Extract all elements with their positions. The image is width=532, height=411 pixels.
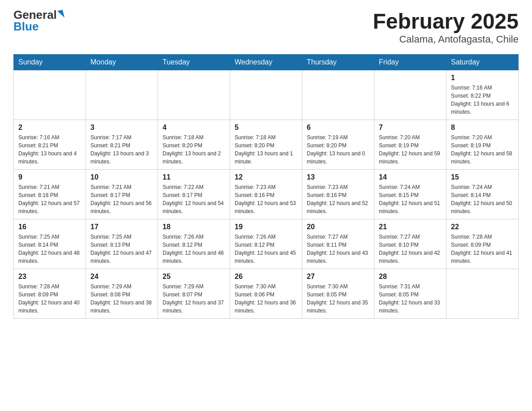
table-row: 28Sunrise: 7:31 AMSunset: 8:05 PMDayligh…: [374, 269, 446, 319]
table-row: [230, 70, 302, 120]
table-row: [302, 70, 374, 120]
logo-blue-text: Blue: [13, 21, 64, 32]
day-info: Sunrise: 7:20 AMSunset: 8:19 PMDaylight:…: [451, 133, 514, 166]
day-info: Sunrise: 7:30 AMSunset: 8:06 PMDaylight:…: [235, 283, 297, 315]
header-thursday: Thursday: [302, 55, 374, 70]
day-number: 9: [18, 173, 81, 181]
table-row: 18Sunrise: 7:26 AMSunset: 8:12 PMDayligh…: [158, 219, 230, 269]
day-info: Sunrise: 7:25 AMSunset: 8:14 PMDaylight:…: [18, 233, 81, 265]
table-row: [158, 70, 230, 120]
day-number: 12: [235, 173, 297, 181]
day-info: Sunrise: 7:24 AMSunset: 8:14 PMDaylight:…: [451, 183, 514, 215]
day-number: 1: [451, 74, 514, 82]
logo: General Blue: [13, 9, 64, 32]
table-row: 5Sunrise: 7:18 AMSunset: 8:20 PMDaylight…: [230, 120, 302, 170]
day-number: 21: [379, 223, 442, 231]
day-number: 16: [18, 223, 81, 231]
table-row: 17Sunrise: 7:25 AMSunset: 8:13 PMDayligh…: [86, 219, 158, 269]
table-row: 16Sunrise: 7:25 AMSunset: 8:14 PMDayligh…: [14, 219, 86, 269]
table-row: 13Sunrise: 7:23 AMSunset: 8:16 PMDayligh…: [302, 170, 374, 219]
logo-general-text: General: [13, 9, 57, 21]
header-sunday: Sunday: [14, 55, 86, 70]
day-number: 28: [379, 273, 442, 281]
calendar-week-row: 2Sunrise: 7:16 AMSunset: 8:21 PMDaylight…: [14, 120, 519, 170]
day-info: Sunrise: 7:23 AMSunset: 8:16 PMDaylight:…: [307, 183, 369, 215]
day-info: Sunrise: 7:29 AMSunset: 8:08 PMDaylight:…: [90, 283, 153, 315]
day-number: 10: [90, 173, 153, 181]
day-info: Sunrise: 7:16 AMSunset: 8:21 PMDaylight:…: [18, 133, 81, 166]
table-row: 8Sunrise: 7:20 AMSunset: 8:19 PMDaylight…: [446, 120, 519, 170]
table-row: 27Sunrise: 7:30 AMSunset: 8:05 PMDayligh…: [302, 269, 374, 319]
day-number: 13: [307, 173, 369, 181]
table-row: 1Sunrise: 7:16 AMSunset: 8:22 PMDaylight…: [446, 70, 519, 120]
calendar-week-row: 1Sunrise: 7:16 AMSunset: 8:22 PMDaylight…: [14, 70, 519, 120]
day-info: Sunrise: 7:24 AMSunset: 8:15 PMDaylight:…: [379, 183, 442, 215]
day-info: Sunrise: 7:17 AMSunset: 8:21 PMDaylight:…: [90, 133, 153, 166]
day-number: 4: [163, 124, 225, 132]
day-info: Sunrise: 7:23 AMSunset: 8:16 PMDaylight:…: [235, 183, 297, 215]
table-row: 24Sunrise: 7:29 AMSunset: 8:08 PMDayligh…: [86, 269, 158, 319]
day-info: Sunrise: 7:26 AMSunset: 8:12 PMDaylight:…: [163, 233, 225, 265]
header-monday: Monday: [86, 55, 158, 70]
day-number: 22: [451, 223, 514, 231]
day-number: 18: [163, 223, 225, 231]
table-row: 11Sunrise: 7:22 AMSunset: 8:17 PMDayligh…: [158, 170, 230, 219]
header-wednesday: Wednesday: [230, 55, 302, 70]
day-info: Sunrise: 7:18 AMSunset: 8:20 PMDaylight:…: [235, 133, 297, 166]
day-info: Sunrise: 7:27 AMSunset: 8:11 PMDaylight:…: [307, 233, 369, 265]
day-info: Sunrise: 7:21 AMSunset: 8:18 PMDaylight:…: [18, 183, 81, 215]
table-row: 6Sunrise: 7:19 AMSunset: 8:20 PMDaylight…: [302, 120, 374, 170]
table-row: 25Sunrise: 7:29 AMSunset: 8:07 PMDayligh…: [158, 269, 230, 319]
page-title: February 2025: [373, 9, 519, 34]
table-row: 2Sunrise: 7:16 AMSunset: 8:21 PMDaylight…: [14, 120, 86, 170]
day-info: Sunrise: 7:20 AMSunset: 8:19 PMDaylight:…: [379, 133, 442, 166]
day-number: 26: [235, 273, 297, 281]
day-info: Sunrise: 7:25 AMSunset: 8:13 PMDaylight:…: [90, 233, 153, 265]
table-row: 20Sunrise: 7:27 AMSunset: 8:11 PMDayligh…: [302, 219, 374, 269]
table-row: 15Sunrise: 7:24 AMSunset: 8:14 PMDayligh…: [446, 170, 519, 219]
table-row: 9Sunrise: 7:21 AMSunset: 8:18 PMDaylight…: [14, 170, 86, 219]
table-row: 4Sunrise: 7:18 AMSunset: 8:20 PMDaylight…: [158, 120, 230, 170]
day-number: 23: [18, 273, 81, 281]
table-row: [374, 70, 446, 120]
day-number: 19: [235, 223, 297, 231]
day-number: 20: [307, 223, 369, 231]
calendar-table: Sunday Monday Tuesday Wednesday Thursday…: [13, 54, 519, 319]
day-number: 17: [90, 223, 153, 231]
day-number: 25: [163, 273, 225, 281]
day-number: 8: [451, 124, 514, 132]
day-info: Sunrise: 7:19 AMSunset: 8:20 PMDaylight:…: [307, 133, 369, 166]
day-info: Sunrise: 7:26 AMSunset: 8:12 PMDaylight:…: [235, 233, 297, 265]
day-info: Sunrise: 7:16 AMSunset: 8:22 PMDaylight:…: [451, 84, 514, 116]
table-row: 23Sunrise: 7:28 AMSunset: 8:09 PMDayligh…: [14, 269, 86, 319]
day-info: Sunrise: 7:27 AMSunset: 8:10 PMDaylight:…: [379, 233, 442, 265]
table-row: 21Sunrise: 7:27 AMSunset: 8:10 PMDayligh…: [374, 219, 446, 269]
table-row: [446, 269, 519, 319]
day-info: Sunrise: 7:28 AMSunset: 8:09 PMDaylight:…: [451, 233, 514, 265]
calendar-week-row: 9Sunrise: 7:21 AMSunset: 8:18 PMDaylight…: [14, 170, 519, 219]
table-row: 7Sunrise: 7:20 AMSunset: 8:19 PMDaylight…: [374, 120, 446, 170]
table-row: 12Sunrise: 7:23 AMSunset: 8:16 PMDayligh…: [230, 170, 302, 219]
table-row: [86, 70, 158, 120]
header-tuesday: Tuesday: [158, 55, 230, 70]
day-info: Sunrise: 7:21 AMSunset: 8:17 PMDaylight:…: [90, 183, 153, 215]
header-saturday: Saturday: [446, 55, 519, 70]
day-info: Sunrise: 7:30 AMSunset: 8:05 PMDaylight:…: [307, 283, 369, 315]
calendar-header-row: Sunday Monday Tuesday Wednesday Thursday…: [14, 55, 519, 70]
day-number: 27: [307, 273, 369, 281]
day-info: Sunrise: 7:29 AMSunset: 8:07 PMDaylight:…: [163, 283, 225, 315]
calendar-week-row: 23Sunrise: 7:28 AMSunset: 8:09 PMDayligh…: [14, 269, 519, 319]
day-number: 7: [379, 124, 442, 132]
day-number: 3: [90, 124, 153, 132]
table-row: [14, 70, 86, 120]
day-number: 11: [163, 173, 225, 181]
page-subtitle: Calama, Antofagasta, Chile: [373, 34, 519, 45]
day-number: 24: [90, 273, 153, 281]
table-row: 26Sunrise: 7:30 AMSunset: 8:06 PMDayligh…: [230, 269, 302, 319]
table-row: 19Sunrise: 7:26 AMSunset: 8:12 PMDayligh…: [230, 219, 302, 269]
day-number: 15: [451, 173, 514, 181]
header-friday: Friday: [374, 55, 446, 70]
day-info: Sunrise: 7:28 AMSunset: 8:09 PMDaylight:…: [18, 283, 81, 315]
day-number: 6: [307, 124, 369, 132]
page-header: General Blue February 2025 Calama, Antof…: [13, 9, 519, 45]
